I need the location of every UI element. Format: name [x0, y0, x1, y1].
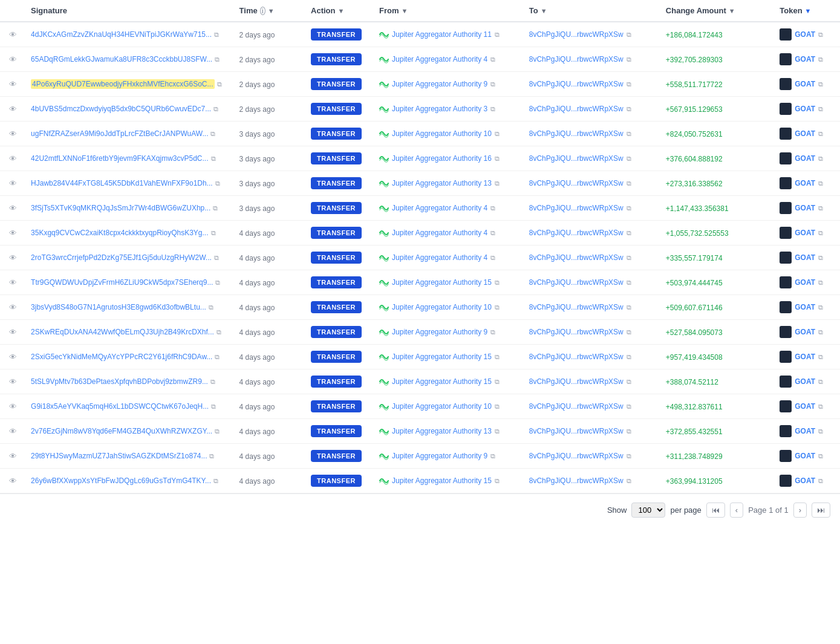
signature-link[interactable]: 35Kxgq9CVCwC2xaiKt8cpx4ckkktxyqpRioyQhsK… [31, 229, 208, 237]
copy-icon[interactable]: ⧉ [209, 452, 214, 460]
transfer-button[interactable]: TRANSFER [311, 152, 362, 164]
change-amount-filter-icon[interactable]: ▼ [729, 7, 735, 15]
transfer-button[interactable]: TRANSFER [311, 177, 362, 189]
eye-icon[interactable]: 👁 [9, 377, 17, 386]
to-copy-icon[interactable]: ⧉ [627, 353, 631, 361]
transfer-button[interactable]: TRANSFER [311, 301, 362, 313]
signature-link[interactable]: 4bUVBS5dmczDxwdyiyqB5dx9bC5QURb6CwuvEDc7… [31, 105, 211, 113]
token-link[interactable]: GOAT [795, 129, 815, 138]
token-link[interactable]: GOAT [795, 105, 815, 113]
from-link[interactable]: Jupiter Aggregator Authority 15 [392, 377, 492, 386]
transfer-button[interactable]: TRANSFER [311, 400, 362, 412]
transfer-button[interactable]: TRANSFER [311, 202, 362, 214]
to-link[interactable]: 8vChPgJiQU...rbwcWRpXSw [529, 476, 623, 485]
signature-link[interactable]: 26y6wBfXXwppXsYtFbFwJDQgLc69uGsTdYmG4TKY… [31, 476, 211, 485]
from-copy-icon[interactable]: ⧉ [490, 328, 495, 336]
to-copy-icon[interactable]: ⧉ [627, 452, 631, 460]
token-copy-icon[interactable]: ⧉ [818, 180, 823, 187]
transfer-button[interactable]: TRANSFER [311, 128, 362, 140]
token-filter-icon[interactable]: ▼ [805, 7, 812, 15]
from-link[interactable]: Jupiter Aggregator Authority 3 [392, 105, 487, 113]
from-link[interactable]: Jupiter Aggregator Authority 4 [392, 55, 487, 63]
token-copy-icon[interactable]: ⧉ [818, 304, 823, 311]
eye-icon[interactable]: 👁 [9, 55, 17, 64]
to-copy-icon[interactable]: ⧉ [627, 155, 631, 163]
from-copy-icon[interactable]: ⧉ [490, 80, 495, 88]
from-link[interactable]: Jupiter Aggregator Authority 13 [392, 179, 492, 187]
signature-link[interactable]: 65ADqRGmLekkGJwamuKa8UFR8c3CcckbbUJ8SFW.… [31, 55, 212, 63]
eye-icon[interactable]: 👁 [9, 105, 17, 114]
from-copy-icon[interactable]: ⧉ [495, 155, 500, 163]
eye-icon[interactable]: 👁 [9, 278, 17, 287]
copy-icon[interactable]: ⧉ [211, 403, 216, 411]
token-link[interactable]: GOAT [795, 278, 815, 287]
copy-icon[interactable]: ⧉ [213, 477, 218, 485]
copy-icon[interactable]: ⧉ [214, 254, 219, 262]
from-link[interactable]: Jupiter Aggregator Authority 9 [392, 80, 487, 88]
token-link[interactable]: GOAT [795, 452, 815, 460]
transfer-button[interactable]: TRANSFER [311, 376, 362, 388]
transfer-button[interactable]: TRANSFER [311, 103, 362, 115]
token-link[interactable]: GOAT [795, 328, 815, 336]
token-link[interactable]: GOAT [795, 402, 815, 411]
eye-icon[interactable]: 👁 [9, 402, 17, 411]
transfer-button[interactable]: TRANSFER [311, 326, 362, 338]
from-link[interactable]: Jupiter Aggregator Authority 9 [392, 328, 487, 336]
token-copy-icon[interactable]: ⧉ [818, 328, 823, 336]
signature-link[interactable]: HJawb284V44FxTG8L45K5DbKd1VahEWnFXF9o1Dh… [31, 179, 213, 187]
to-copy-icon[interactable]: ⧉ [627, 204, 631, 212]
signature-link[interactable]: 4dJKCxAGmZzvZKnaUqH34HEVNiTpiJGKrWaYw715… [31, 30, 212, 39]
prev-page-button[interactable]: ‹ [730, 503, 743, 518]
eye-icon[interactable]: 👁 [9, 154, 17, 163]
from-link[interactable]: Jupiter Aggregator Authority 11 [392, 30, 492, 39]
eye-icon[interactable]: 👁 [9, 129, 17, 138]
from-copy-icon[interactable]: ⧉ [490, 56, 495, 63]
token-copy-icon[interactable]: ⧉ [818, 378, 823, 386]
to-copy-icon[interactable]: ⧉ [627, 130, 631, 138]
from-link[interactable]: Jupiter Aggregator Authority 15 [392, 278, 492, 287]
to-copy-icon[interactable]: ⧉ [627, 80, 631, 88]
copy-icon[interactable]: ⧉ [215, 279, 220, 287]
token-copy-icon[interactable]: ⧉ [818, 279, 823, 287]
transfer-button[interactable]: TRANSFER [311, 28, 362, 41]
copy-icon[interactable]: ⧉ [215, 353, 220, 361]
to-link[interactable]: 8vChPgJiQU...rbwcWRpXSw [529, 253, 623, 262]
from-link[interactable]: Jupiter Aggregator Authority 15 [392, 476, 492, 485]
to-link[interactable]: 8vChPgJiQU...rbwcWRpXSw [529, 30, 623, 39]
from-copy-icon[interactable]: ⧉ [490, 254, 495, 262]
token-copy-icon[interactable]: ⧉ [818, 403, 823, 411]
to-link[interactable]: 8vChPgJiQU...rbwcWRpXSw [529, 377, 623, 386]
copy-icon[interactable]: ⧉ [215, 180, 220, 187]
to-link[interactable]: 8vChPgJiQU...rbwcWRpXSw [529, 229, 623, 237]
next-page-button[interactable]: › [793, 503, 807, 518]
signature-link[interactable]: 3jbsVyd8S48oG7N1AgrutosH3E8gwd6Kd3ofbwBL… [31, 303, 206, 311]
to-copy-icon[interactable]: ⧉ [627, 477, 631, 485]
copy-icon[interactable]: ⧉ [211, 229, 216, 237]
signature-link[interactable]: 5tSL9VpMtv7b63DePtaesXpfqvhBDPobvj9zbmwZ… [31, 377, 208, 386]
copy-icon[interactable]: ⧉ [217, 80, 222, 88]
to-link[interactable]: 8vChPgJiQU...rbwcWRpXSw [529, 179, 623, 187]
to-copy-icon[interactable]: ⧉ [627, 105, 631, 113]
token-link[interactable]: GOAT [795, 353, 815, 361]
signature-link[interactable]: 2v76EzGjNm8wV8Yqd6eFM4GZB4QuXWhRZWXZGY..… [31, 427, 212, 435]
to-copy-icon[interactable]: ⧉ [627, 378, 631, 386]
to-copy-icon[interactable]: ⧉ [627, 56, 631, 63]
to-link[interactable]: 8vChPgJiQU...rbwcWRpXSw [529, 427, 623, 435]
token-link[interactable]: GOAT [795, 377, 815, 386]
token-copy-icon[interactable]: ⧉ [818, 155, 823, 163]
signature-link[interactable]: 2SxiG5ecYkNidMeMQyAYcYPPcRC2Y61j6fRhC9DA… [31, 353, 212, 361]
token-link[interactable]: GOAT [795, 30, 815, 39]
transfer-button[interactable]: TRANSFER [311, 252, 362, 264]
signature-link[interactable]: G9i18x5AeYVKaq5mqH6xL1bDSWCQCtwK67oJeqH.… [31, 402, 209, 411]
from-copy-icon[interactable]: ⧉ [495, 403, 500, 411]
token-link[interactable]: GOAT [795, 476, 815, 485]
to-link[interactable]: 8vChPgJiQU...rbwcWRpXSw [529, 154, 623, 163]
signature-link[interactable]: 42U2mtfLXNNoF1f6retbY9jevm9FKAXqjmw3cvP5… [31, 154, 208, 163]
transfer-button[interactable]: TRANSFER [311, 475, 362, 487]
transfer-button[interactable]: TRANSFER [311, 351, 362, 363]
signature-link[interactable]: ugFNfZRAZserA9Mi9oJddTpLrcFZtBeCrJANPWuA… [31, 129, 208, 138]
eye-icon[interactable]: 👁 [9, 179, 17, 188]
token-link[interactable]: GOAT [795, 204, 815, 212]
token-link[interactable]: GOAT [795, 154, 815, 163]
per-page-select[interactable]: 100 50 25 [631, 503, 665, 518]
